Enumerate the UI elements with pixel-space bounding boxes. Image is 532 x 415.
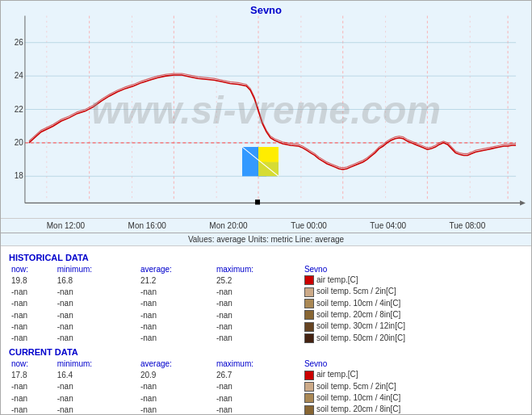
color-swatch xyxy=(304,299,314,308)
x-label-0: Mon 12:00 xyxy=(47,221,85,230)
label-cell: soil temp. 5cm / 2in[C] xyxy=(302,381,523,392)
info-row: Values: average Units: metric Line: aver… xyxy=(1,233,531,246)
hist-col-sevno: Sevno xyxy=(302,264,523,275)
svg-text:20: 20 xyxy=(15,138,23,147)
curr-col-max: maximum: xyxy=(214,358,302,369)
color-swatch xyxy=(304,275,314,285)
current-title: CURRENT DATA xyxy=(9,347,523,357)
color-swatch xyxy=(304,310,314,320)
curr-col-avg: average: xyxy=(138,358,214,369)
hist-col-min: minimum: xyxy=(55,264,138,275)
label-cell: soil temp. 10cm / 4in[C] xyxy=(302,298,523,309)
historical-table: now: minimum: average: maximum: Sevno 19… xyxy=(9,264,523,344)
svg-marker-31 xyxy=(258,147,279,176)
color-swatch xyxy=(304,287,314,297)
table-row: -nan-nan-nan-nansoil temp. 20cm / 8in[C] xyxy=(9,404,523,415)
x-label-4: Tue 04:00 xyxy=(370,221,406,230)
hist-col-max: maximum: xyxy=(214,264,302,275)
label-cell: soil temp. 30cm / 12in[C] xyxy=(302,321,523,332)
label-cell: soil temp. 20cm / 8in[C] xyxy=(302,404,523,415)
historical-title: HISTORICAL DATA xyxy=(9,253,523,262)
color-swatch xyxy=(304,322,314,332)
x-label-3: Tue 00:00 xyxy=(291,221,327,230)
chart-svg: 26 24 22 20 18 xyxy=(1,1,531,218)
curr-col-now: now: xyxy=(9,358,55,369)
label-cell: air temp.[C] xyxy=(302,369,523,380)
table-row: 17.816.420.926.7air temp.[C] xyxy=(9,369,523,380)
main-container: Sevno www.si-vreme.com xyxy=(0,0,532,415)
color-swatch xyxy=(304,371,314,380)
table-row: -nan-nan-nan-nansoil temp. 5cm / 2in[C] xyxy=(9,286,523,297)
svg-rect-33 xyxy=(255,199,260,204)
table-row: -nan-nan-nan-nansoil temp. 30cm / 12in[C… xyxy=(9,321,523,332)
table-row: 19.816.821.225.2air temp.[C] xyxy=(9,275,523,286)
color-swatch xyxy=(304,333,314,343)
x-axis-labels: Mon 12:00 Mon 16:00 Mon 20:00 Tue 00:00 … xyxy=(1,219,531,233)
chart-area: Sevno www.si-vreme.com xyxy=(1,1,531,219)
label-cell: soil temp. 20cm / 8in[C] xyxy=(302,309,523,321)
table-row: -nan-nan-nan-nansoil temp. 5cm / 2in[C] xyxy=(9,381,523,392)
svg-text:18: 18 xyxy=(15,171,23,180)
hist-col-avg: average: xyxy=(138,264,214,275)
label-cell: air temp.[C] xyxy=(302,275,523,286)
label-cell: soil temp. 5cm / 2in[C] xyxy=(302,286,523,297)
color-swatch xyxy=(304,405,314,415)
x-label-2: Mon 20:00 xyxy=(209,221,247,230)
curr-col-min: minimum: xyxy=(55,358,138,369)
svg-text:22: 22 xyxy=(15,104,23,113)
x-label-1: Mon 16:00 xyxy=(128,221,166,230)
x-label-5: Tue 08:00 xyxy=(450,221,486,230)
svg-text:26: 26 xyxy=(15,38,23,47)
curr-col-sevno: Sevno xyxy=(302,358,523,369)
color-swatch xyxy=(304,382,314,392)
info-text: Values: average Units: metric Line: aver… xyxy=(188,235,344,244)
table-row: -nan-nan-nan-nansoil temp. 10cm / 4in[C] xyxy=(9,392,523,404)
label-cell: soil temp. 10cm / 4in[C] xyxy=(302,392,523,404)
table-row: -nan-nan-nan-nansoil temp. 10cm / 4in[C] xyxy=(9,298,523,309)
hist-col-now: now: xyxy=(9,264,55,275)
label-cell: soil temp. 50cm / 20in[C] xyxy=(302,333,523,344)
table-row: -nan-nan-nan-nansoil temp. 50cm / 20in[C… xyxy=(9,333,523,344)
color-swatch xyxy=(304,393,314,403)
current-table: now: minimum: average: maximum: Sevno 17… xyxy=(9,358,523,415)
table-row: -nan-nan-nan-nansoil temp. 20cm / 8in[C] xyxy=(9,309,523,321)
chart-title: Sevno xyxy=(1,1,531,16)
svg-text:24: 24 xyxy=(15,71,23,80)
data-area: HISTORICAL DATA now: minimum: average: m… xyxy=(1,246,531,415)
